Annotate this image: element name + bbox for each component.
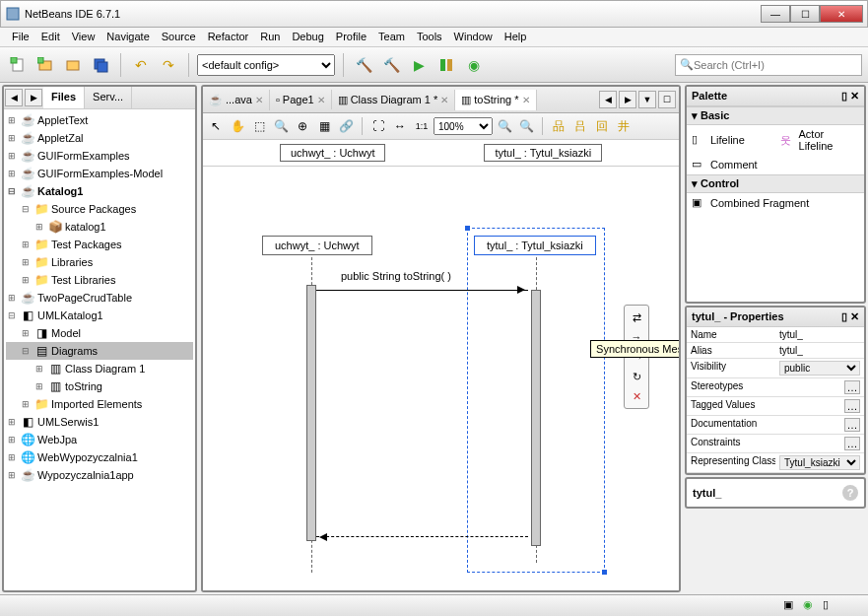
tree-item-webjpa[interactable]: ⊞🌐WebJpa xyxy=(6,431,193,448)
tree-item-katalog1[interactable]: ⊟☕Katalog1 xyxy=(6,182,193,200)
redo-icon[interactable]: ↷ xyxy=(157,53,180,77)
sync-message-arrow[interactable] xyxy=(316,290,528,291)
expand-icon[interactable]: ⊞ xyxy=(6,151,18,161)
zoom-out-icon[interactable]: 🔍 xyxy=(495,116,514,136)
close-tab-icon[interactable]: ✕ xyxy=(317,95,325,105)
expand-icon[interactable]: ⊞ xyxy=(6,452,18,462)
tab-files[interactable]: Files xyxy=(43,87,85,108)
fit-width-icon[interactable]: ↔ xyxy=(390,116,410,136)
tab-prev-icon[interactable]: ◀ xyxy=(5,89,23,106)
debug-icon[interactable] xyxy=(434,53,458,77)
menu-debug[interactable]: Debug xyxy=(286,28,329,46)
tree-item-imported-elements[interactable]: ⊞📁Imported Elements xyxy=(6,395,193,413)
editor-tab----ava[interactable]: ☕...ava✕ xyxy=(203,90,270,110)
props-collapse-icon[interactable]: ▯ ✕ xyxy=(841,310,859,323)
tab-next-icon[interactable]: ▶ xyxy=(25,89,42,106)
prop-value-tagged-values[interactable]: … xyxy=(775,397,864,416)
menu-tools[interactable]: Tools xyxy=(411,28,448,46)
expand-icon[interactable]: ⊞ xyxy=(6,435,18,445)
tree-item-guiformexamples-model[interactable]: ⊞☕GUIFormExamples-Model xyxy=(6,165,193,182)
search-input[interactable] xyxy=(694,59,851,71)
open-icon[interactable] xyxy=(61,53,85,77)
tree-item-webwypozyczalnia1[interactable]: ⊞🌐WebWypozyczalnia1 xyxy=(6,448,193,466)
message-label[interactable]: public String toString( ) xyxy=(341,270,451,282)
maximize-button[interactable]: ☐ xyxy=(790,5,820,23)
menu-refactor[interactable]: Refactor xyxy=(202,28,255,46)
tree-item-umlserwis1[interactable]: ⊞◧UMLSerwis1 xyxy=(6,413,193,431)
prop-value-visibility[interactable]: public xyxy=(775,359,864,378)
activation-right[interactable] xyxy=(531,290,541,546)
zoom-in-icon[interactable]: 🔍 xyxy=(516,116,536,136)
editor-list-icon[interactable]: ▼ xyxy=(638,91,656,108)
minimize-button[interactable]: — xyxy=(761,5,790,23)
marquee-zoom-icon[interactable]: ⬚ xyxy=(249,116,269,136)
status-icon-3[interactable]: ▯ xyxy=(823,598,838,614)
expand-icon[interactable]: ⊞ xyxy=(20,328,32,338)
expand-icon[interactable]: ⊞ xyxy=(33,364,45,374)
search-box[interactable]: 🔍 xyxy=(675,54,862,76)
new-project-icon[interactable] xyxy=(33,53,57,77)
select-icon[interactable]: ↖ xyxy=(206,116,226,136)
close-tab-icon[interactable]: ✕ xyxy=(255,95,263,105)
build-icon[interactable]: 🔨 xyxy=(352,53,375,77)
status-icon-2[interactable]: ◉ xyxy=(803,598,819,614)
ellipsis-button[interactable]: … xyxy=(844,437,860,450)
close-button[interactable]: ✕ xyxy=(820,5,863,23)
palette-actor-lifeline[interactable]: 웃Actor Lifeline xyxy=(775,125,864,155)
editor-tab-class-diagram-1--[interactable]: ▥Class Diagram 1 *✕ xyxy=(332,90,456,110)
overview-icon[interactable]: ▦ xyxy=(314,116,334,136)
expand-icon[interactable]: ⊞ xyxy=(6,169,18,178)
palette-lifeline[interactable]: ▯Lifeline xyxy=(687,125,775,155)
prop-value-name[interactable]: tytul_ xyxy=(775,327,864,343)
tree-item-source-packages[interactable]: ⊟📁Source Packages xyxy=(6,200,193,218)
editor-next-icon[interactable]: ▶ xyxy=(619,91,636,108)
layout3-icon[interactable]: 回 xyxy=(592,116,612,136)
tree-item-katalog1[interactable]: ⊞📦katalog1 xyxy=(6,218,193,236)
expand-icon[interactable]: ⊟ xyxy=(20,204,32,214)
menu-run[interactable]: Run xyxy=(254,28,286,46)
palette-collapse-icon[interactable]: ▯ ✕ xyxy=(841,90,859,103)
expand-icon[interactable]: ⊞ xyxy=(6,470,18,480)
tree-item-twopagecrudtable[interactable]: ⊞☕TwoPageCrudTable xyxy=(6,289,193,307)
expand-icon[interactable]: ⊟ xyxy=(6,186,18,196)
zoom-select[interactable]: 100% xyxy=(434,117,493,135)
help-icon[interactable]: ? xyxy=(842,485,858,501)
expand-icon[interactable]: ⊟ xyxy=(20,346,32,356)
tree-item-appletzal[interactable]: ⊞☕AppletZal xyxy=(6,129,193,147)
delete-msg-icon[interactable]: ✕ xyxy=(628,387,645,405)
prop-value-representing-class[interactable]: Tytul_ksiazki xyxy=(775,453,864,473)
prop-value-stereotypes[interactable]: … xyxy=(775,378,864,397)
section-control[interactable]: ▾ Control xyxy=(687,174,864,193)
sequence-diagram[interactable]: uchwyt_ : Uchwyt tytul_ : Tytul_ksiazki … xyxy=(203,167,679,590)
new-file-icon[interactable] xyxy=(6,53,30,77)
link-icon[interactable]: 🔗 xyxy=(336,116,356,136)
section-basic[interactable]: ▾ Basic xyxy=(687,106,864,125)
close-tab-icon[interactable]: ✕ xyxy=(522,95,530,105)
tree-item-libraries[interactable]: ⊞📁Libraries xyxy=(6,253,193,271)
expand-icon[interactable]: ⊞ xyxy=(20,399,32,409)
save-all-icon[interactable] xyxy=(89,53,112,77)
menu-help[interactable]: Help xyxy=(499,28,533,46)
editor-prev-icon[interactable]: ◀ xyxy=(599,91,617,108)
editor-tab-page1[interactable]: ▫Page1✕ xyxy=(270,90,332,109)
expand-icon[interactable]: ⊞ xyxy=(33,381,45,391)
layout2-icon[interactable]: 吕 xyxy=(570,116,590,136)
tree-item-guiformexamples[interactable]: ⊞☕GUIFormExamples xyxy=(6,147,193,165)
expand-icon[interactable]: ⊞ xyxy=(33,222,45,232)
profile-icon[interactable]: ◉ xyxy=(462,53,486,77)
prop-value-alias[interactable]: tytul_ xyxy=(775,343,864,359)
menu-team[interactable]: Team xyxy=(372,28,411,46)
ellipsis-button[interactable]: … xyxy=(844,380,860,394)
project-tree[interactable]: ⊞☕AppletText⊞☕AppletZal⊞☕GUIFormExamples… xyxy=(4,109,195,590)
palette-comment[interactable]: ▭Comment xyxy=(687,155,763,174)
menu-file[interactable]: File xyxy=(6,28,35,46)
menu-source[interactable]: Source xyxy=(156,28,202,46)
expand-icon[interactable]: ⊟ xyxy=(6,310,18,320)
ellipsis-button[interactable]: … xyxy=(844,399,860,413)
menu-edit[interactable]: Edit xyxy=(35,28,66,46)
menu-navigate[interactable]: Navigate xyxy=(100,28,155,46)
editor-max-icon[interactable]: ☐ xyxy=(658,91,676,108)
status-icon-1[interactable]: ▣ xyxy=(783,598,799,614)
expand-icon[interactable]: ⊞ xyxy=(6,115,18,125)
undo-icon[interactable]: ↶ xyxy=(129,53,153,77)
